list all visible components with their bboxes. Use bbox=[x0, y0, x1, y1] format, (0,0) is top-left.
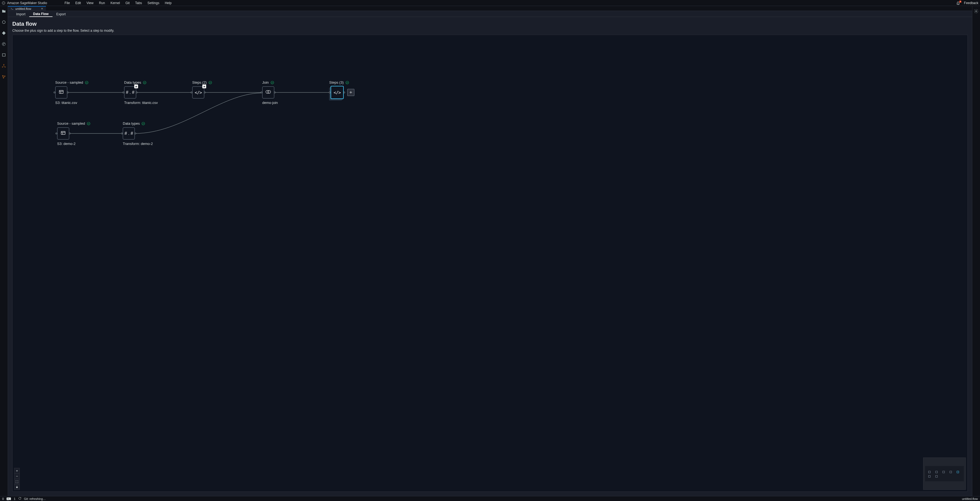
svg-point-27 bbox=[209, 81, 212, 84]
node-steps3[interactable]: </> bbox=[331, 86, 344, 99]
svg-point-12 bbox=[5, 76, 5, 76]
circle-icon[interactable] bbox=[2, 20, 6, 25]
svg-rect-36 bbox=[61, 132, 65, 135]
status-zero[interactable]: 0 bbox=[2, 497, 4, 501]
svg-rect-24 bbox=[135, 86, 136, 87]
network-icon[interactable] bbox=[2, 75, 6, 79]
svg-point-0 bbox=[2, 2, 5, 5]
notifications-button[interactable]: 4 bbox=[956, 1, 960, 5]
svg-point-39 bbox=[142, 122, 145, 125]
port[interactable] bbox=[121, 133, 123, 134]
menu-view[interactable]: View bbox=[84, 0, 96, 5]
svg-point-8 bbox=[3, 64, 5, 65]
flow-canvas[interactable]: Source - sampled S3: titanic.csv Data ty… bbox=[12, 35, 968, 492]
svg-point-32 bbox=[266, 90, 269, 93]
port[interactable] bbox=[136, 92, 138, 93]
svg-rect-40 bbox=[16, 487, 18, 488]
lock-button[interactable] bbox=[14, 484, 20, 490]
flow-file-icon bbox=[11, 7, 14, 10]
svg-rect-20 bbox=[59, 91, 64, 94]
menu-run[interactable]: Run bbox=[97, 0, 107, 5]
zoom-fit-button[interactable] bbox=[14, 479, 20, 484]
node-dtypes1[interactable]: # . # bbox=[124, 86, 136, 99]
menubar: File Edit View Run Kernel Git Tabs Setti… bbox=[62, 0, 173, 5]
port[interactable] bbox=[56, 133, 57, 134]
refresh-icon[interactable] bbox=[18, 497, 21, 501]
svg-point-33 bbox=[268, 90, 271, 93]
add-step-button[interactable]: + bbox=[347, 89, 355, 96]
svg-point-31 bbox=[271, 81, 274, 84]
code-icon: </> bbox=[195, 90, 202, 95]
left-rail bbox=[0, 6, 8, 496]
node-dtypes1-sub: Transform: titanic.csv bbox=[124, 101, 158, 105]
git-status[interactable]: Git: refreshing… bbox=[24, 497, 46, 501]
port[interactable] bbox=[329, 92, 331, 93]
file-tab-untitled[interactable]: untitled.flow × bbox=[8, 6, 46, 11]
svg-rect-30 bbox=[205, 86, 205, 87]
status-one[interactable]: 1 bbox=[14, 497, 15, 501]
node-dtypes2[interactable]: # . # bbox=[123, 127, 135, 140]
diamond-icon[interactable] bbox=[2, 31, 6, 35]
node-source1[interactable] bbox=[55, 86, 67, 99]
node-steps2[interactable]: </> bbox=[192, 86, 204, 99]
subtab-export[interactable]: Export bbox=[52, 11, 70, 17]
port[interactable] bbox=[344, 92, 345, 93]
zoom-in-button[interactable]: + bbox=[14, 468, 20, 473]
svg-rect-7 bbox=[2, 54, 5, 56]
svg-rect-26 bbox=[137, 86, 137, 87]
svg-point-23 bbox=[143, 81, 146, 84]
port[interactable] bbox=[135, 133, 136, 134]
menu-git[interactable]: Git bbox=[123, 0, 132, 5]
menu-file[interactable]: File bbox=[62, 0, 72, 5]
triangle-nodes-icon[interactable] bbox=[2, 64, 6, 68]
chart-badge-icon bbox=[134, 84, 138, 88]
port[interactable] bbox=[123, 92, 124, 93]
folder-icon[interactable] bbox=[2, 9, 6, 14]
zoom-controls: + − bbox=[14, 468, 20, 490]
terminal-icon[interactable]: >_ bbox=[6, 498, 11, 500]
node-join-sub: demo-join bbox=[262, 101, 278, 105]
check-icon bbox=[208, 81, 212, 84]
statusbar-filename: untitled.flow bbox=[962, 497, 978, 501]
page-subtitle: Choose the plus sign to add a step to th… bbox=[12, 29, 968, 33]
gear-icon[interactable] bbox=[974, 9, 978, 14]
node-source2[interactable] bbox=[57, 127, 69, 140]
window-icon[interactable] bbox=[2, 52, 6, 57]
node-dtypes1-title: Data types bbox=[124, 80, 141, 84]
port[interactable] bbox=[67, 92, 68, 93]
port[interactable] bbox=[274, 92, 275, 93]
svg-point-3 bbox=[2, 42, 5, 46]
svg-rect-25 bbox=[136, 86, 137, 87]
port[interactable] bbox=[69, 133, 70, 134]
app-title: Amazon SageMaker Studio bbox=[7, 1, 47, 5]
port[interactable] bbox=[54, 92, 55, 93]
node-join[interactable] bbox=[262, 86, 274, 99]
svg-point-1 bbox=[3, 2, 4, 3]
check-icon bbox=[270, 81, 274, 84]
menu-help[interactable]: Help bbox=[163, 0, 174, 5]
check-icon bbox=[142, 122, 145, 126]
notification-badge: 4 bbox=[959, 0, 961, 3]
port[interactable] bbox=[191, 92, 192, 93]
node-source2-title: Source - sampled bbox=[57, 121, 85, 126]
menu-edit[interactable]: Edit bbox=[73, 0, 83, 5]
menu-kernel[interactable]: Kernel bbox=[108, 0, 122, 5]
subtab-dataflow[interactable]: Data Flow bbox=[29, 11, 52, 17]
menu-settings[interactable]: Settings bbox=[145, 0, 161, 5]
zoom-out-button[interactable]: − bbox=[14, 473, 20, 479]
close-tab-button[interactable]: × bbox=[41, 6, 43, 11]
feedback-link[interactable]: Feedback bbox=[964, 1, 978, 5]
svg-rect-28 bbox=[204, 86, 204, 87]
minimap[interactable] bbox=[923, 458, 966, 490]
palette-icon[interactable] bbox=[2, 41, 6, 46]
svg-point-5 bbox=[4, 43, 5, 44]
menu-tabs[interactable]: Tabs bbox=[133, 0, 144, 5]
port[interactable] bbox=[204, 92, 205, 93]
svg-point-6 bbox=[3, 44, 3, 45]
node-steps3-title: Steps (3) bbox=[329, 80, 344, 84]
port[interactable] bbox=[261, 92, 262, 93]
file-tab-label: untitled.flow bbox=[15, 7, 31, 10]
subtab-import[interactable]: Import bbox=[12, 11, 29, 17]
svg-point-9 bbox=[2, 67, 3, 68]
svg-point-35 bbox=[87, 122, 90, 125]
